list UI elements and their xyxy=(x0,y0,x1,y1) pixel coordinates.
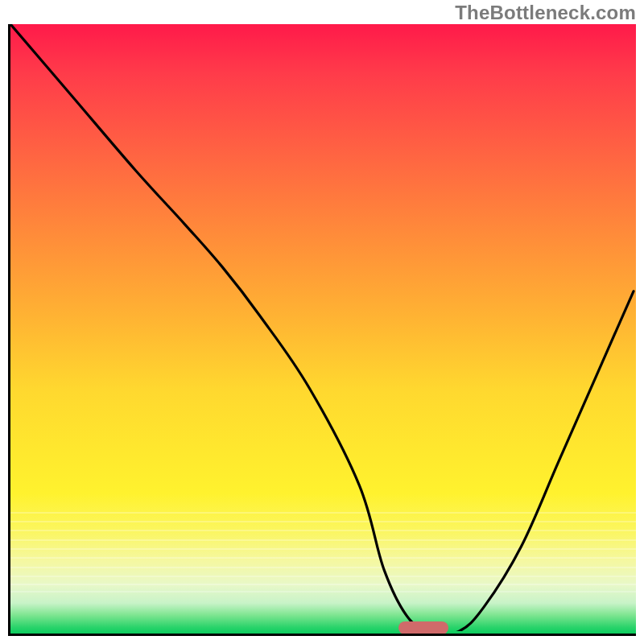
plot-area xyxy=(8,24,636,636)
curve-path xyxy=(10,24,634,631)
optimum-marker xyxy=(398,621,448,634)
watermark-text: TheBottleneck.com xyxy=(455,2,636,24)
curve-svg xyxy=(10,24,636,631)
